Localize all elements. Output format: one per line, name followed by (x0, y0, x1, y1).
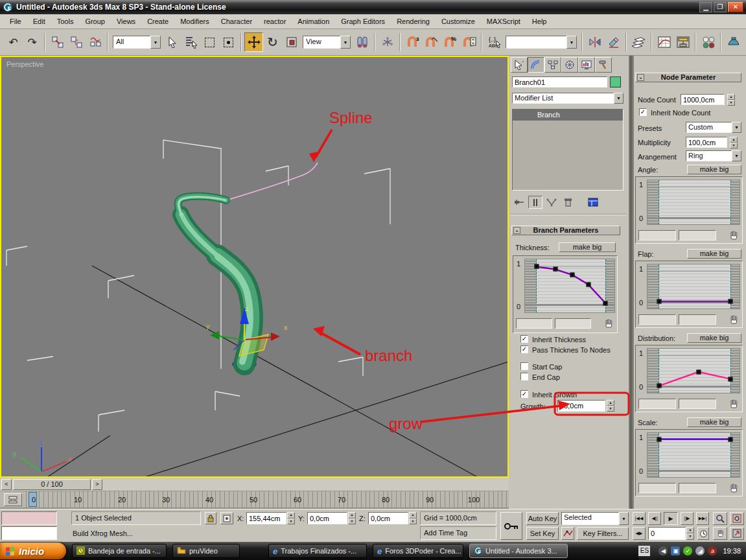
menu-views[interactable]: Views (111, 16, 141, 27)
angle-snap-icon[interactable] (422, 32, 441, 52)
graph-field-2[interactable] (679, 230, 716, 240)
thickness-graph-widget[interactable]: 1 0 (513, 255, 618, 333)
curve-point-handle[interactable] (657, 384, 662, 388)
pan-hand-icon[interactable] (727, 399, 741, 410)
flap-graph-widget[interactable]: 1 0 (635, 261, 743, 328)
curve-point-handle[interactable] (586, 283, 590, 287)
chevron-down-icon[interactable]: ▼ (732, 122, 741, 133)
object-color-swatch[interactable] (610, 76, 621, 88)
menu-tools[interactable]: Tools (51, 16, 80, 27)
end-cap-checkbox[interactable] (520, 373, 528, 380)
menu-help[interactable]: Help (526, 16, 553, 27)
stack-item-branch[interactable]: Branch (513, 110, 623, 121)
use-pivot-point-center-icon[interactable] (353, 32, 371, 52)
select-object-icon[interactable] (163, 32, 181, 52)
curve-editor-icon[interactable] (655, 32, 673, 52)
taskbar-item-pruvideo[interactable]: pruVideo (172, 544, 240, 558)
menu-graph-editors[interactable]: Graph Editors (335, 16, 391, 27)
object-name-input[interactable] (512, 76, 607, 88)
menu-customize[interactable]: Customize (436, 16, 481, 27)
inherit-node-count-checkbox[interactable]: ✓ (639, 108, 647, 116)
previous-frame-icon[interactable]: ◀|| (648, 512, 661, 525)
select-and-rotate-icon[interactable]: ↻ (263, 32, 282, 52)
tab-create[interactable] (511, 57, 528, 73)
material-editor-icon[interactable] (699, 32, 717, 52)
frame-spinner[interactable]: ▲▼ (686, 527, 694, 540)
start-cap-checkbox[interactable] (520, 362, 528, 370)
show-end-result-icon[interactable] (528, 196, 542, 209)
named-selection-dropdown[interactable]: ▼ (506, 36, 577, 49)
inherit-growth-checkbox[interactable]: ✓ (520, 390, 528, 398)
curve-point-handle[interactable] (570, 273, 575, 277)
go-to-end-icon[interactable]: ▶▶| (696, 512, 709, 525)
scale-graph-plot[interactable] (647, 432, 740, 478)
tray-chevron-icon[interactable]: ◀ (659, 546, 668, 555)
rectangular-selection-region-icon[interactable] (200, 32, 219, 52)
key-filters-button[interactable]: Key Filters... (577, 527, 629, 540)
curve-point-handle[interactable] (728, 377, 732, 381)
pan-hand-icon[interactable] (727, 314, 741, 326)
menu-file[interactable]: File (4, 16, 27, 27)
chevron-down-icon[interactable]: ▼ (732, 150, 741, 161)
chevron-down-icon[interactable]: ▼ (614, 93, 624, 104)
graph-field-1[interactable] (638, 230, 676, 240)
frame-back-button[interactable]: < (1, 479, 12, 490)
menu-character[interactable]: Character (215, 16, 258, 27)
mini-curve-editor-button[interactable] (4, 493, 22, 506)
spline-curve[interactable] (226, 163, 318, 200)
window-crossing-selection-icon[interactable] (219, 32, 238, 52)
curve-point-handle[interactable] (603, 301, 608, 305)
add-time-tag[interactable]: Add Time Tag (420, 526, 496, 540)
minimize-button[interactable]: ▁ (699, 2, 712, 12)
distribution-graph-widget[interactable]: 1 0 (635, 345, 743, 412)
select-and-manipulate-icon[interactable] (378, 32, 397, 52)
distribution-make-big-button[interactable]: make big (687, 333, 741, 343)
multiplicity-spinner[interactable]: ▲▼ (730, 137, 738, 148)
z-spinner[interactable]: ▲▼ (409, 512, 417, 524)
angle-graph-plot[interactable] (647, 180, 740, 225)
flap-make-big-button[interactable]: make big (687, 249, 741, 259)
render-scene-icon[interactable] (724, 32, 743, 52)
move-gizmo[interactable] (210, 307, 280, 356)
node-count-input[interactable] (681, 94, 725, 105)
language-indicator[interactable]: ES (638, 546, 650, 556)
presets-dropdown[interactable]: Custom ▼ (686, 122, 741, 133)
scale-make-big-button[interactable]: make big (687, 417, 741, 427)
maxscript-mini-listener-white[interactable] (1, 526, 57, 540)
z-coordinate-input[interactable] (368, 512, 408, 524)
multiplicity-input[interactable] (686, 137, 727, 148)
maxscript-mini-listener-pink[interactable] (1, 511, 57, 525)
select-and-move-icon[interactable] (244, 32, 263, 52)
tab-modify[interactable] (528, 57, 544, 73)
snap-toggle-3d-icon[interactable]: 3 (403, 32, 422, 52)
auto-key-button[interactable]: Auto Key (526, 512, 559, 525)
frame-forward-button[interactable]: > (92, 479, 102, 490)
pan-view-icon[interactable] (713, 527, 727, 540)
selection-lock-icon[interactable] (205, 512, 216, 524)
menu-group[interactable]: Group (79, 16, 111, 27)
network-status-icon[interactable]: ▣ (671, 546, 680, 555)
volume-icon[interactable]: ◢ (695, 546, 705, 555)
graph-field-1[interactable] (516, 318, 552, 329)
make-unique-icon[interactable] (544, 196, 559, 209)
selection-filter-dropdown[interactable]: All ▼ (113, 36, 161, 49)
modifier-stack[interactable]: Branch (512, 109, 624, 191)
curve-point-handle[interactable] (657, 299, 662, 304)
modifier-list-dropdown[interactable]: Modifier List ▼ (512, 93, 624, 104)
spinner-snap-icon[interactable] (460, 32, 478, 52)
close-button[interactable]: ✕ (728, 2, 743, 12)
next-frame-icon[interactable]: ||▶ (681, 512, 694, 525)
chevron-down-icon[interactable]: ▼ (150, 36, 161, 49)
bind-to-space-warp-icon[interactable] (86, 32, 104, 52)
graph-field-1[interactable] (638, 314, 676, 325)
start-button[interactable]: Inicio (0, 542, 66, 559)
select-and-link-icon[interactable] (48, 32, 67, 52)
graph-field-2[interactable] (555, 318, 591, 329)
branch-parameters-rollout[interactable]: - Branch Parameters (511, 226, 620, 235)
select-and-scale-icon[interactable] (282, 32, 301, 52)
messenger-icon[interactable]: ✓ (683, 546, 692, 555)
remove-modifier-icon[interactable] (561, 196, 575, 209)
collapse-icon[interactable]: - (513, 227, 520, 234)
reference-coordinate-dropdown[interactable]: View ▼ (303, 36, 351, 49)
y-coordinate-input[interactable] (307, 512, 347, 524)
